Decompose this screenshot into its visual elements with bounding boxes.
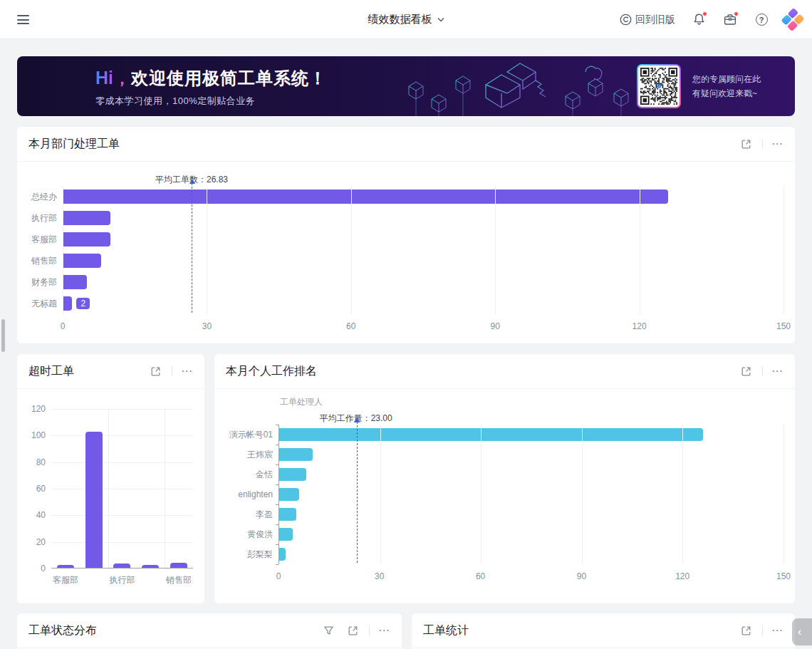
- navbar-actions: 回到旧版 ?: [620, 0, 801, 39]
- more-menu-icon[interactable]: ⋯: [181, 368, 193, 375]
- gridline: [784, 186, 784, 314]
- qr-caption-line1: 您的专属顾问在此: [692, 72, 761, 86]
- bar-col1[interactable]: [85, 432, 103, 568]
- divider: [762, 139, 763, 149]
- bar-value-badge: 2: [76, 298, 90, 309]
- qr-caption-line2: 有疑问欢迎来戳~: [692, 86, 761, 100]
- card-status-distribution: 工单状态分布 ⋯: [17, 613, 402, 649]
- gridline: [682, 425, 683, 564]
- bar-演示帐号01[interactable]: [279, 428, 703, 441]
- back-to-old-version-button[interactable]: 回到旧版: [620, 14, 675, 26]
- more-menu-icon[interactable]: ⋯: [378, 627, 390, 634]
- notifications-button[interactable]: [691, 12, 707, 28]
- left-scrollbar-thumb[interactable]: [1, 319, 5, 352]
- y-axis-tick: [276, 504, 279, 505]
- x-tick-label: 150: [776, 321, 791, 331]
- more-menu-icon[interactable]: ⋯: [771, 140, 784, 147]
- category-label: 彭梨梨: [226, 544, 273, 564]
- divider: [172, 366, 172, 376]
- bar-销售部[interactable]: [170, 563, 187, 568]
- bar-总经办[interactable]: [63, 189, 668, 204]
- bar-slot: [108, 409, 137, 568]
- category-axis: 演示帐号01王炜宸金恬enlighten李盈黄俊洪彭梨梨: [226, 425, 273, 564]
- gridline: [495, 186, 496, 314]
- bar-彭梨梨[interactable]: [279, 548, 286, 561]
- y-tick-label: 60: [36, 484, 46, 494]
- y-axis-name: 工单处理人: [280, 396, 323, 408]
- card-title-status: 工单状态分布: [28, 623, 321, 638]
- card-personal-rank: 本月个人工作排名 ⋯ 工单处理人平均工作量：23.00演示帐号01王炜宸金恬en…: [214, 354, 795, 603]
- bar-row: [279, 464, 784, 484]
- help-icon: ?: [756, 14, 768, 26]
- hamburger-menu-icon[interactable]: [17, 15, 29, 27]
- sidebar-collapse-handle[interactable]: ‹: [792, 618, 812, 645]
- x-category-label: 销售部: [165, 574, 193, 586]
- banner-text: Hi， 欢迎使用极简工单系统！ 零成本学习使用，100%定制贴合业务: [95, 66, 327, 108]
- x-tick-label: 30: [202, 321, 212, 331]
- x-tick-label: 120: [675, 571, 689, 581]
- bar-row: [63, 250, 784, 271]
- x-axis-labels: 客服部执行部销售部: [51, 574, 193, 586]
- card-overtime-workorders: 超时工单 ⋯ 020406080100120客服部执行部销售部: [17, 354, 204, 603]
- average-line: [192, 183, 192, 313]
- category-label: 李盈: [226, 504, 273, 524]
- divider: [369, 625, 370, 635]
- x-tick-label: 90: [491, 321, 500, 331]
- app-logo[interactable]: [785, 12, 801, 28]
- x-category-label: [136, 574, 165, 586]
- x-category-label: [80, 574, 108, 586]
- y-tick-label: 20: [36, 537, 46, 547]
- bar-王炜宸[interactable]: [279, 448, 313, 461]
- bar-销售部[interactable]: [63, 254, 101, 268]
- expand-icon[interactable]: [738, 363, 754, 379]
- bar-财务部[interactable]: [63, 275, 87, 289]
- category-axis: 总经办执行部客服部销售部财务部无标题: [28, 186, 57, 314]
- gridline: [481, 425, 482, 564]
- bar-slot: [136, 409, 165, 568]
- y-axis-tick: [276, 425, 279, 425]
- page-title: 绩效数据看板: [368, 13, 432, 26]
- more-menu-icon[interactable]: ⋯: [771, 368, 784, 375]
- logo-diamond-icon: [781, 8, 804, 31]
- bar-row: [279, 524, 784, 544]
- category-label: 销售部: [28, 250, 57, 271]
- back-to-old-version-label: 回到旧版: [635, 14, 675, 26]
- expand-icon[interactable]: [345, 623, 360, 638]
- bar-slots: [51, 409, 193, 568]
- bar-col3[interactable]: [142, 565, 159, 568]
- bar-金恬[interactable]: [279, 468, 306, 481]
- more-menu-icon[interactable]: ⋯: [771, 627, 784, 634]
- workbench-button[interactable]: [722, 12, 738, 28]
- x-axis-labels: 0306090120150: [279, 568, 784, 584]
- category-label: 王炜宸: [226, 445, 273, 464]
- bar-客服部[interactable]: [57, 565, 74, 568]
- gridline: [640, 186, 640, 314]
- x-tick-label: 120: [633, 321, 647, 331]
- bar-row: [279, 445, 784, 464]
- bar-执行部[interactable]: [63, 211, 110, 225]
- plot-area: [51, 409, 193, 568]
- bar-李盈[interactable]: [279, 508, 296, 521]
- overtime-chart-body: 020406080100120客服部执行部销售部: [28, 409, 193, 586]
- gridline: [784, 425, 784, 564]
- x-tick-label: 0: [276, 571, 281, 581]
- banner-headline: 欢迎使用极简工单系统！: [131, 67, 327, 90]
- expand-icon[interactable]: [738, 136, 754, 152]
- filter-icon[interactable]: [321, 623, 336, 638]
- help-button[interactable]: ?: [754, 12, 769, 28]
- card-title-overtime: 超时工单: [28, 364, 147, 379]
- card-title-rank: 本月个人工作排名: [226, 364, 738, 379]
- bar-row: [63, 229, 784, 250]
- bar-无标题[interactable]: [63, 296, 72, 311]
- dashboard-title-dropdown[interactable]: 绩效数据看板: [368, 13, 444, 26]
- expand-icon[interactable]: [147, 363, 163, 379]
- x-tick-label: 60: [346, 321, 355, 331]
- bar-执行部[interactable]: [113, 564, 130, 568]
- bar-黄俊洪[interactable]: [279, 528, 293, 541]
- gridline: [380, 425, 381, 564]
- bar-enlighten[interactable]: [279, 488, 299, 501]
- bar-row: [279, 504, 784, 524]
- bar-客服部[interactable]: [63, 232, 110, 246]
- expand-icon[interactable]: [738, 623, 754, 638]
- divider: [762, 625, 763, 635]
